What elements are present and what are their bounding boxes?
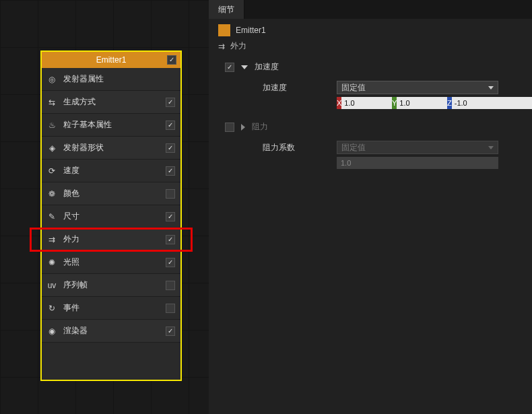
emitter-header-checkbox[interactable]	[167, 55, 176, 65]
module-row[interactable]: ⇉外力	[42, 228, 180, 251]
module-list-region: Emitter1 ◎发射器属性⇆生成方式♨粒子基本属性◈发射器形状⟳速度❁颜色✎…	[0, 0, 209, 414]
module-checkbox[interactable]	[166, 212, 175, 221]
tab-bar: 细节	[209, 0, 532, 19]
module-row[interactable]: ◉渲染器	[42, 320, 180, 343]
drag-title: 阻力	[252, 121, 268, 133]
renderer-icon: ◉	[47, 326, 57, 336]
module-label: 外力	[63, 234, 159, 245]
accel-z-input[interactable]	[452, 97, 532, 109]
object-color-swatch	[218, 24, 230, 36]
module-checkbox[interactable]	[166, 98, 175, 107]
module-checkbox[interactable]	[166, 258, 175, 267]
breadcrumb-label: 外力	[230, 40, 246, 52]
speed-icon: ⟳	[47, 166, 57, 176]
module-checkbox[interactable]	[166, 235, 175, 244]
module-label: 事件	[63, 302, 159, 314]
size-icon: ✎	[47, 212, 57, 221]
module-row[interactable]: ⇆生成方式	[42, 91, 180, 114]
details-panel: 细节 Emitter1 ⇉ 外力 加速度 加速度	[209, 0, 532, 414]
accel-vector-row: X Y Z	[337, 97, 523, 109]
module-checkbox[interactable]	[166, 166, 175, 176]
module-label: 尺寸	[63, 211, 159, 222]
module-label: 速度	[63, 165, 159, 176]
module-row[interactable]: ✎尺寸	[42, 205, 180, 228]
module-checkbox[interactable]	[166, 120, 175, 130]
section-acceleration: 加速度 加速度 固定值 X Y	[225, 61, 523, 109]
module-checkbox[interactable]	[166, 304, 175, 313]
accel-enable-checkbox[interactable]	[225, 63, 234, 72]
emitter-panel: Emitter1 ◎发射器属性⇆生成方式♨粒子基本属性◈发射器形状⟳速度❁颜色✎…	[40, 50, 182, 381]
module-label: 渲染器	[63, 325, 159, 337]
drag-mode-dropdown: 固定值	[337, 141, 498, 154]
module-label: 颜色	[63, 188, 159, 199]
z-axis-tag: Z	[447, 97, 452, 109]
module-row[interactable]: ⟳速度	[42, 160, 180, 182]
emitter-header[interactable]: Emitter1	[42, 52, 180, 68]
accel-mode-value: 固定值	[341, 82, 366, 94]
module-row[interactable]: ◎发射器属性	[42, 68, 180, 91]
chevron-down-icon[interactable]	[241, 65, 248, 69]
accel-title: 加速度	[255, 61, 279, 73]
module-label: 生成方式	[63, 96, 159, 108]
tab-details[interactable]: 细节	[209, 0, 244, 19]
mode-icon: ⇆	[47, 98, 57, 107]
object-name: Emitter1	[236, 26, 266, 35]
y-axis-tag: Y	[392, 97, 397, 109]
fire-icon: ♨	[47, 120, 57, 130]
module-checkbox[interactable]	[166, 143, 175, 153]
x-axis-tag: X	[337, 97, 341, 109]
breadcrumb: ⇉ 外力	[218, 40, 523, 52]
light-icon: ✺	[47, 258, 57, 267]
section-drag: 阻力 阻力系数 固定值	[225, 121, 523, 169]
module-row[interactable]: ✺光照	[42, 251, 180, 274]
module-label: 发射器形状	[63, 142, 159, 153]
chevron-down-icon[interactable]	[241, 124, 245, 131]
module-row[interactable]: ◈发射器形状	[42, 137, 180, 160]
drag-mode-value: 固定值	[341, 142, 366, 153]
color-icon: ❁	[47, 189, 57, 199]
force-icon: ⇉	[47, 235, 57, 244]
module-label: 光照	[63, 256, 159, 268]
module-checkbox[interactable]	[166, 281, 175, 290]
module-row[interactable]: ♨粒子基本属性	[42, 114, 180, 137]
accel-mode-dropdown[interactable]: 固定值	[337, 81, 498, 94]
event-icon: ↻	[47, 304, 57, 313]
module-label: 粒子基本属性	[63, 119, 159, 131]
force-icon: ⇉	[218, 42, 225, 51]
module-row[interactable]: ❁颜色	[42, 182, 180, 205]
emitter-title: Emitter1	[46, 55, 176, 65]
drag-prop-label: 阻力系数	[263, 142, 337, 153]
module-checkbox[interactable]	[166, 189, 175, 199]
uv-icon: uv	[47, 281, 57, 290]
module-row[interactable]: ↻事件	[42, 297, 180, 320]
drag-value-input	[337, 157, 498, 169]
pin-icon: ◈	[47, 143, 57, 153]
module-label: 发射器属性	[63, 73, 175, 85]
drag-enable-checkbox[interactable]	[225, 123, 234, 132]
module-row[interactable]: uv序列帧	[42, 274, 180, 297]
module-checkbox[interactable]	[166, 326, 175, 336]
target-icon: ◎	[47, 75, 57, 84]
object-header: Emitter1	[218, 24, 523, 36]
module-label: 序列帧	[63, 279, 159, 291]
accel-prop-label: 加速度	[263, 82, 337, 94]
